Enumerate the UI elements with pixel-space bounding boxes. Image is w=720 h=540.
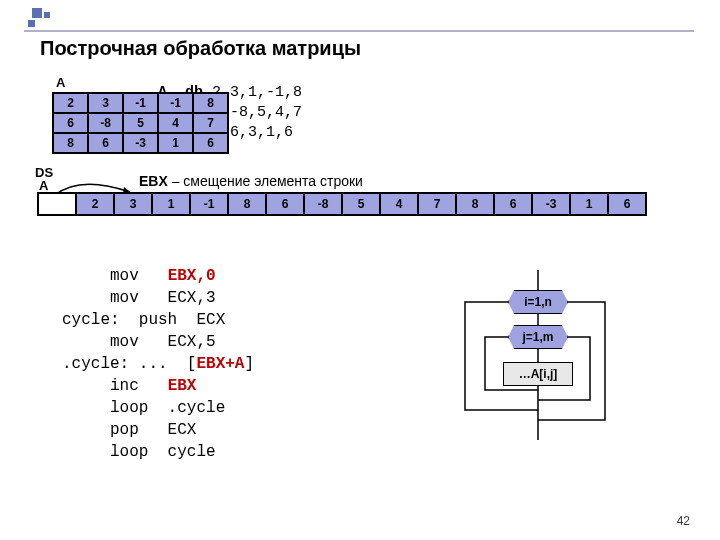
mem-cell: 6: [266, 193, 304, 215]
mem-cell: 4: [380, 193, 418, 215]
ebx-name: EBX: [139, 173, 168, 189]
a-label-2: A: [39, 178, 48, 193]
mem-cell: 8: [456, 193, 494, 215]
flow-loop-inner: j=1,m: [508, 325, 568, 349]
mem-cell: 5: [342, 193, 380, 215]
mem-cell: -1: [190, 193, 228, 215]
code-line: .cycle: ... [EBX+A]: [62, 355, 254, 373]
code-line: inc EBX: [62, 377, 196, 395]
code-line: loop cycle: [62, 443, 216, 461]
code-line: mov ECX,5: [62, 333, 216, 351]
m-cell: 5: [123, 113, 158, 133]
m-cell: -8: [88, 113, 123, 133]
logo-icon: [28, 8, 52, 32]
mem-blank: [38, 193, 76, 215]
m-cell: 2: [53, 93, 88, 113]
code-line: mov EBX,0: [62, 267, 216, 285]
ebx-desc: – смещение элемента строки: [168, 173, 363, 189]
code-line: loop .cycle: [62, 399, 225, 417]
mem-cell: 7: [418, 193, 456, 215]
m-cell: 3: [88, 93, 123, 113]
flowchart: i=1,n j=1,m …A[i,j]: [425, 270, 635, 470]
flow-loop-outer: i=1,n: [508, 290, 568, 314]
code-line: mov ECX,3: [62, 289, 216, 307]
mem-cell: 8: [228, 193, 266, 215]
page-number: 42: [677, 514, 690, 528]
flow-body: …A[i,j]: [503, 362, 573, 386]
m-cell: 6: [53, 113, 88, 133]
m-cell: 7: [193, 113, 228, 133]
memory-row: 2 3 1 -1 8 6 -8 5 4 7 8 6 -3 1 6: [37, 192, 647, 216]
code-line: cycle: push ECX: [62, 311, 225, 329]
m-cell: 6: [193, 133, 228, 153]
mem-cell: -8: [304, 193, 342, 215]
matrix-a-label: A: [56, 75, 65, 90]
m-cell: -1: [158, 93, 193, 113]
ebx-caption: EBX – смещение элемента строки: [139, 173, 363, 189]
m-cell: 8: [53, 133, 88, 153]
m-cell: 4: [158, 113, 193, 133]
page-title: Построчная обработка матрицы: [40, 37, 361, 60]
header-rule: [24, 30, 694, 32]
mem-cell: 1: [570, 193, 608, 215]
mem-cell: -3: [532, 193, 570, 215]
mem-cell: 6: [494, 193, 532, 215]
mem-cell: 3: [114, 193, 152, 215]
m-cell: 1: [158, 133, 193, 153]
mem-cell: 1: [152, 193, 190, 215]
mem-cell: 2: [76, 193, 114, 215]
m-cell: 6: [88, 133, 123, 153]
assembly-code: mov EBX,0 mov ECX,3 cycle: push ECX mov …: [62, 265, 254, 463]
m-cell: 8: [193, 93, 228, 113]
m-cell: -3: [123, 133, 158, 153]
mem-cell: 6: [608, 193, 646, 215]
matrix-2d: 2 3 -1 -1 8 6 -8 5 4 7 8 6 -3 1 6: [52, 92, 229, 154]
m-cell: -1: [123, 93, 158, 113]
code-line: pop ECX: [62, 421, 196, 439]
